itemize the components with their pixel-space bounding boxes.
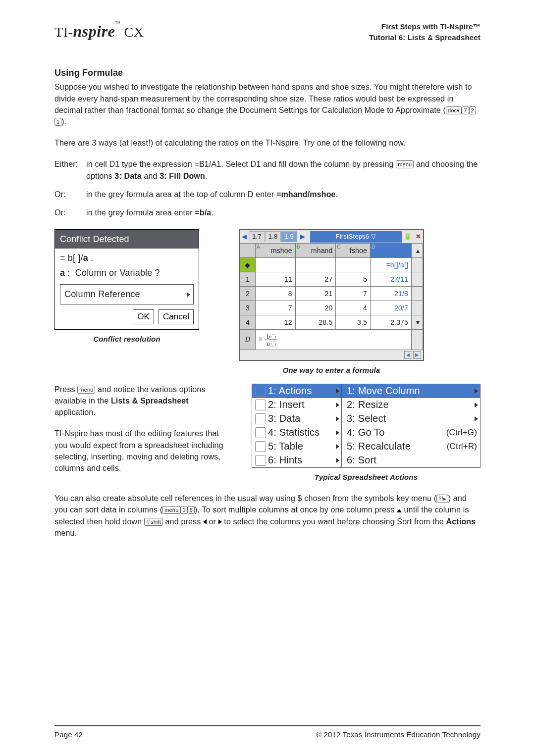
close-icon[interactable]: ✖ [414, 232, 423, 242]
menu-left-table[interactable]: 5: Table [252, 440, 341, 454]
sheet-caption: One way to enter a formula [239, 365, 424, 376]
conflict-caption: Conflict resolution [54, 334, 199, 345]
conflict-question: a : Column or Variable ? [60, 266, 194, 279]
conflict-dialog: Conflict Detected = b[ ]/a . a : Column … [54, 229, 199, 330]
conflict-expr: = b[ ]/a . [60, 252, 194, 264]
either-and: and [142, 172, 160, 180]
left-arrow-icon [203, 519, 207, 524]
intro-para: Suppose you wished to investigate the re… [54, 81, 481, 127]
tab-prev-icon[interactable]: ◀ [240, 232, 249, 242]
brand-logo: TI-nspire™ CX [54, 20, 144, 43]
conflict-option[interactable]: Column Reference [60, 284, 194, 304]
ok-button[interactable]: OK [133, 309, 154, 325]
tab-19[interactable]: 1.9 [281, 231, 297, 242]
up-arrow-icon [397, 509, 402, 512]
brand-tm: ™ [115, 20, 120, 26]
key-6: 6 [188, 506, 195, 514]
either-label: Either: [54, 158, 86, 181]
section-heading: Using Formulae [54, 66, 481, 79]
or2-a: in the grey formula area enter [86, 208, 195, 217]
edit-row-label: D [240, 330, 256, 350]
key-7: 7 [462, 106, 469, 114]
scroll-down-icon[interactable]: ▾ [412, 315, 423, 330]
doc-name-text: FirstSteps6 [336, 233, 370, 240]
or2-text: in the grey formula area enter =b/a. [86, 207, 481, 218]
header-line2: Tutorial 6: Lists & Spreadsheet [369, 32, 481, 43]
header-line1: First Steps with TI-Nspire™ [369, 21, 481, 32]
battery-icon: 🔋 [402, 232, 414, 242]
edit-fraction[interactable]: b⬚a⬚ [265, 333, 278, 347]
menu-caption: Typical Spreadsheet Actions [252, 472, 481, 483]
col-d-header[interactable]: D [370, 244, 411, 258]
after-p2: TI-Nspire has most of the editing featur… [54, 428, 228, 474]
p2: There are 3 ways (at least!) of calculat… [54, 137, 481, 149]
key-menu3: menu [162, 506, 180, 514]
menu-icon [255, 386, 266, 397]
brand-suffix: CX [120, 24, 144, 40]
menu-icon [255, 455, 266, 466]
p1-end: ). [61, 117, 66, 126]
menu-left-data[interactable]: 3: Data [252, 412, 341, 426]
menu-left-actions[interactable]: 1: Actions [252, 384, 341, 398]
menu-left-hints[interactable]: 6: Hints [252, 454, 341, 467]
tab-18[interactable]: 1.8 [265, 231, 281, 242]
nav-right-icon[interactable]: ▶ [413, 351, 421, 359]
or1-end: . [336, 190, 338, 199]
menu-right-move-column[interactable]: 1: Move Column [342, 384, 480, 398]
page-number: Page 42 [54, 729, 83, 740]
menu-right-go-to[interactable]: 4: Go To(Ctrl+G) [342, 426, 480, 440]
menu-right-recalculate[interactable]: 5: Recalculate(Ctrl+R) [342, 440, 480, 454]
menu-right-sort[interactable]: 6: Sort [342, 454, 480, 467]
either-bold2: 3: Fill Down [160, 172, 205, 180]
page-subtitle: First Steps with TI-Nspire™ Tutorial 6: … [369, 21, 481, 43]
menu-right-resize[interactable]: 2: Resize [342, 398, 480, 412]
col-a-header[interactable]: Amshoe [256, 244, 296, 258]
ap1c: application. [54, 408, 96, 416]
brand-prefix: TI- [54, 24, 73, 40]
copyright: © 2012 Texas Instruments Education Techn… [316, 729, 481, 740]
either-a: in cell D1 type the expression =B1/A1. S… [86, 160, 396, 168]
nav-left-icon[interactable]: ◀ [404, 351, 412, 359]
p3: You can also create absolute cell refere… [54, 493, 481, 539]
brand-name: nspire [73, 22, 115, 40]
col-b-header[interactable]: Bmhand [295, 244, 336, 258]
menu-icon [255, 400, 266, 410]
key-1: 1 [54, 118, 61, 126]
or1-a: in the grey formula area at the top of c… [86, 190, 276, 199]
p3g: to select the columns you want before ch… [222, 517, 446, 526]
key-1b: 1 [180, 506, 187, 514]
conflict-title: Conflict Detected [55, 230, 199, 249]
col-d-formula[interactable]: =b[]/a[] [370, 258, 411, 272]
spreadsheet-grid[interactable]: Amshoe Bmhand Cfshoe D ▴ ◆ =b[]/a[] 1112… [240, 243, 423, 350]
key-menu: menu [396, 160, 414, 168]
p3bold: Actions [446, 517, 476, 526]
spreadsheet-screenshot: ◀ 1.7 1.8 1.9 ▶ FirstSteps6 ▽ 🔋 ✖ Amshoe… [239, 229, 424, 361]
tab-next-icon[interactable]: ▶ [298, 232, 307, 242]
menu-icon [255, 441, 266, 452]
key-doc: doc▾ [446, 106, 462, 114]
right-arrow-icon [218, 519, 222, 524]
after-p1: Press menu and notice the various option… [54, 384, 228, 418]
tab-17[interactable]: 1.7 [249, 231, 265, 242]
ap1a: Press [54, 385, 77, 394]
either-end: . [205, 172, 208, 180]
edit-eq: = [259, 335, 263, 343]
or2-label: Or: [54, 207, 86, 218]
scroll-up-icon[interactable]: ▴ [412, 244, 423, 258]
document-name: FirstSteps6 ▽ [310, 231, 402, 243]
actions-menu-screenshot: 1: Actions2: Insert3: Data4: Statistics5… [252, 384, 481, 468]
key-shift: ⇧shift [144, 518, 163, 526]
or2-end: . [211, 208, 214, 217]
p3a: You can also create absolute cell refere… [54, 494, 436, 503]
either-bold1: 3: Data [114, 172, 141, 180]
or1-label: Or: [54, 189, 86, 200]
p3c: ). To sort multiple columns at once by o… [195, 505, 397, 514]
menu-left-statistics[interactable]: 4: Statistics [252, 426, 341, 440]
menu-left-insert[interactable]: 2: Insert [252, 398, 341, 412]
or1-text: in the grey formula area at the top of c… [86, 189, 481, 200]
col-c-header[interactable]: Cfshoe [336, 244, 370, 258]
menu-right-select[interactable]: 3: Select [342, 412, 480, 426]
key-menu2: menu [77, 386, 95, 394]
p3h: menu. [54, 529, 77, 537]
cancel-button[interactable]: Cancel [159, 309, 194, 325]
